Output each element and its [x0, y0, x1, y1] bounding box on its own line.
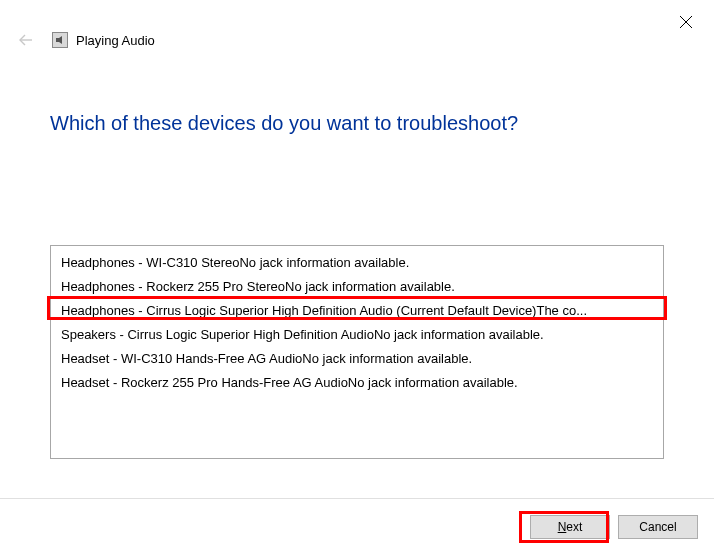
list-item[interactable]: Headphones - Rockerz 255 Pro StereoNo ja… — [51, 275, 663, 299]
troubleshooter-window: Playing Audio Which of these devices do … — [0, 0, 714, 553]
list-item[interactable]: Headphones - WI-C310 StereoNo jack infor… — [51, 251, 663, 275]
app-title: Playing Audio — [76, 33, 155, 48]
list-item[interactable]: Headset - Rockerz 255 Pro Hands-Free AG … — [51, 371, 663, 395]
next-button[interactable]: Next — [530, 515, 610, 539]
svg-marker-4 — [59, 36, 62, 44]
list-item[interactable]: Speakers - Cirrus Logic Superior High De… — [51, 323, 663, 347]
list-item[interactable]: Headset - WI-C310 Hands-Free AG AudioNo … — [51, 347, 663, 371]
back-button — [14, 28, 38, 52]
next-label-rest: ext — [566, 520, 582, 534]
device-list: Headphones - WI-C310 StereoNo jack infor… — [50, 245, 664, 459]
speaker-icon — [55, 35, 65, 45]
back-arrow-icon — [17, 31, 35, 49]
cancel-button[interactable]: Cancel — [618, 515, 698, 539]
footer-separator — [0, 498, 714, 499]
list-item[interactable]: Headphones - Cirrus Logic Superior High … — [51, 299, 663, 323]
header-row: Playing Audio — [14, 26, 700, 54]
page-heading: Which of these devices do you want to tr… — [50, 112, 518, 135]
svg-rect-3 — [56, 38, 59, 42]
footer-buttons: Next Cancel — [530, 515, 698, 539]
app-icon — [52, 32, 68, 48]
